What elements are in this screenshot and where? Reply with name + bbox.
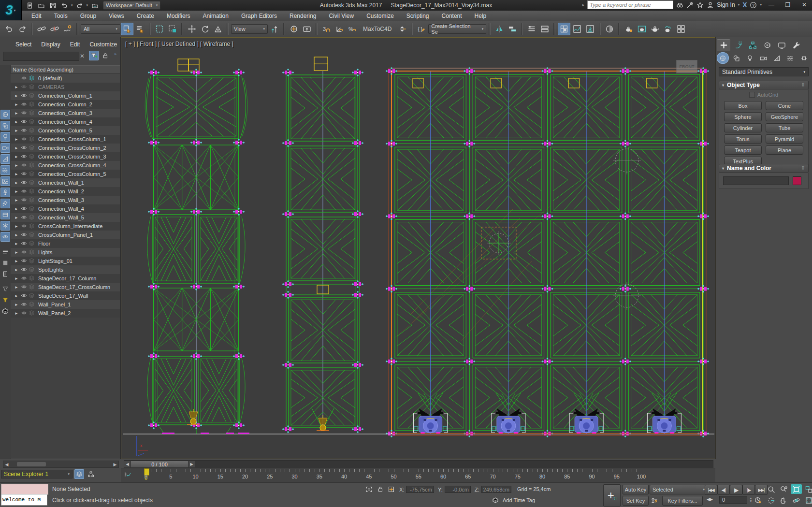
sign-in-chevron-icon[interactable]: ▾ [738,3,740,7]
systems-category[interactable] [798,52,810,64]
next-frame-button[interactable]: ||▶ [742,485,755,495]
application-menu-button[interactable]: 3▾ [0,0,22,20]
display-geometry-icon[interactable] [0,110,10,119]
maxscript-listener-text[interactable]: Welcome to M [1,494,47,506]
selection-filter-dropdown[interactable]: All▾ [81,24,120,34]
display-lights-icon[interactable] [0,132,10,142]
geometry-category[interactable] [717,52,729,64]
workspace-dropdown[interactable]: Workspace: Default ▾ [103,1,160,10]
filter-settings-icon[interactable] [0,284,10,294]
display-bitmaps-icon[interactable] [0,176,10,186]
viewport-label[interactable]: [ + ] [ Front ] [ User Defined ] [ Wiref… [125,41,233,47]
window-crossing-button[interactable] [166,23,179,35]
curve-editor-button[interactable] [571,23,583,35]
layer-stack-icon[interactable] [29,214,35,221]
expand-icon[interactable]: ► [14,311,19,316]
display-bones-icon[interactable] [0,188,10,197]
scroll-right-icon[interactable]: ▶ [112,462,118,467]
viewcube[interactable]: FRONT [676,60,697,73]
ribbon-toggle-button[interactable] [538,23,551,35]
visibility-eye-icon[interactable] [21,275,27,282]
spinner-snap-button[interactable] [396,23,408,35]
create-tab[interactable] [717,39,730,51]
redo-button[interactable] [74,1,85,10]
orbit-button[interactable] [791,495,802,505]
name-column-header[interactable]: Name (Sorted Ascending) [11,65,120,74]
key-mode-toggle-icon[interactable]: ◀▶ [707,497,712,502]
visibility-eye-icon[interactable] [21,284,27,291]
layer-stack-icon[interactable] [29,310,35,317]
primitive-torus-button[interactable]: Torus [724,134,762,144]
scene-object-row[interactable]: ►Connection_Wall_1 [11,178,120,187]
display-tab[interactable] [775,39,788,51]
layer-stack-icon[interactable] [29,232,35,239]
explorer-menu-select[interactable]: Select [12,40,35,49]
layer-stack-icon[interactable] [29,84,35,91]
expand-icon[interactable]: ► [14,216,19,220]
scene-object-row[interactable]: ►StageDecor_17_CrossColumn [11,283,120,291]
display-spacewarps-icon[interactable] [0,165,10,175]
favorites-icon[interactable] [696,1,704,9]
expand-icon[interactable]: ► [14,102,19,107]
layer-explorer-button[interactable] [525,23,538,35]
previous-frame-button[interactable]: ◀|| [717,485,730,495]
help-search-input[interactable] [587,0,673,9]
edit-named-selection-button[interactable]: { } [415,23,428,35]
scene-object-row[interactable]: ►Floor [11,239,120,248]
scene-object-row[interactable]: ►Connection_Wall_4 [11,204,120,213]
expand-icon[interactable]: ► [14,146,19,150]
chevron-down-icon[interactable]: ▾ [87,3,88,7]
select-manipulate-button[interactable] [288,23,300,35]
scrollbar-thumb[interactable] [17,462,46,466]
display-groups-icon[interactable] [0,210,10,219]
search-icon[interactable] [676,1,683,9]
spacewarps-category[interactable] [784,52,797,64]
menu-create[interactable]: Create [130,11,160,21]
shapes-category[interactable] [730,52,742,64]
expand-icon[interactable]: ► [14,129,19,133]
previous-frame-icon[interactable]: ◀ [124,461,130,467]
layer-stack-icon[interactable] [29,162,35,169]
render-setup-button[interactable] [623,23,635,35]
lock-icon[interactable] [101,51,110,60]
visibility-eye-icon[interactable] [21,258,27,265]
object-name-field[interactable] [723,176,789,185]
scene-object-row[interactable]: ►Connection_CrossColumn_4 [11,161,120,170]
layer-stack-icon[interactable] [29,127,35,134]
angle-snap-button[interactable] [333,23,346,35]
scroll-left-icon[interactable]: ◀ [3,462,10,467]
use-pivot-center-button[interactable] [268,23,281,35]
menu-content[interactable]: Content [435,11,468,21]
zoom-extents-button[interactable] [791,484,802,494]
expand-icon[interactable]: ► [14,207,19,211]
scene-object-row[interactable]: ►CAMERAS [11,83,120,91]
motion-tab[interactable] [760,39,774,51]
explorer-menu-edit[interactable]: Edit [66,40,84,49]
visibility-eye-icon[interactable] [21,232,27,239]
dope-sheet-button[interactable] [584,23,596,35]
hierarchy-view-toggle[interactable] [86,469,96,479]
layer-stack-icon[interactable] [29,292,35,300]
visibility-eye-icon[interactable] [21,266,27,274]
mirror-button[interactable] [493,23,506,35]
expand-icon[interactable]: ► [14,276,19,281]
menu-group[interactable]: Group [74,11,102,21]
layer-stack-icon[interactable] [29,240,35,247]
expand-icon[interactable]: ► [14,198,19,203]
visibility-eye-icon[interactable] [21,153,27,160]
mini-curve-editor-icon[interactable] [125,471,132,480]
scene-object-row[interactable]: ►Connection_Column_3 [11,109,120,117]
redo-button[interactable] [16,23,29,35]
layer-stack-icon[interactable] [29,197,35,204]
selected-filter-dropdown[interactable]: Selected ▾ [650,485,708,494]
visibility-eye-icon[interactable] [21,292,27,300]
render-gallery-button[interactable] [675,23,687,35]
visibility-eye-icon[interactable] [21,145,27,152]
visibility-eye-icon[interactable] [21,205,27,213]
exchange-apps-icon[interactable]: X [742,1,747,9]
menu-edit[interactable]: Edit [25,11,48,21]
visibility-eye-icon[interactable] [21,101,27,108]
layer-stack-icon[interactable] [29,101,35,108]
expand-icon[interactable]: ► [14,268,19,272]
layer-stack-icon[interactable] [29,136,35,143]
